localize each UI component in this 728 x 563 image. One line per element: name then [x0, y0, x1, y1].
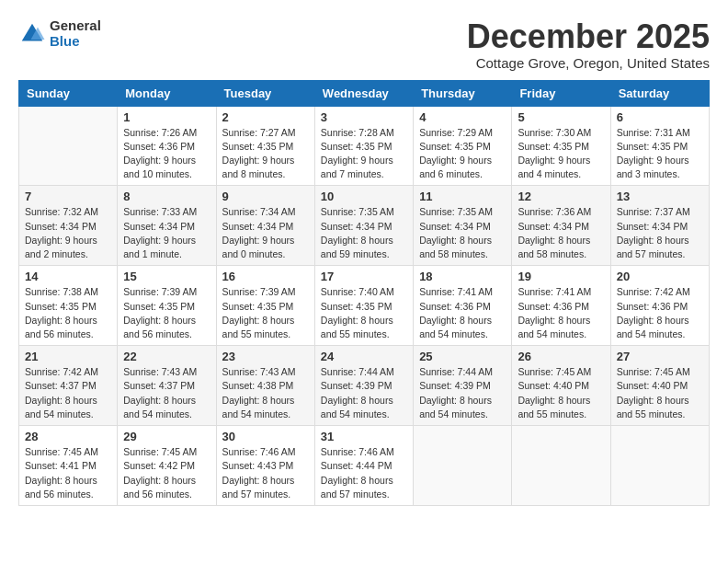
calendar-cell: 29Sunrise: 7:45 AM Sunset: 4:42 PM Dayli… [118, 426, 216, 506]
day-info: Sunrise: 7:46 AM Sunset: 4:44 PM Dayligh… [321, 445, 407, 501]
day-info: Sunrise: 7:40 AM Sunset: 4:35 PM Dayligh… [321, 285, 407, 341]
day-info: Sunrise: 7:45 AM Sunset: 4:42 PM Dayligh… [123, 445, 210, 501]
day-info: Sunrise: 7:41 AM Sunset: 4:36 PM Dayligh… [419, 285, 506, 341]
calendar-cell: 1Sunrise: 7:26 AM Sunset: 4:36 PM Daylig… [118, 106, 216, 186]
day-number: 17 [321, 270, 407, 283]
calendar-week-row: 14Sunrise: 7:38 AM Sunset: 4:35 PM Dayli… [19, 266, 710, 346]
day-number: 9 [222, 190, 309, 203]
day-number: 12 [518, 190, 604, 203]
calendar-cell: 14Sunrise: 7:38 AM Sunset: 4:35 PM Dayli… [19, 266, 118, 346]
day-number: 23 [222, 350, 309, 363]
day-number: 30 [222, 430, 309, 443]
logo: General Blue [18, 18, 101, 49]
day-number: 20 [617, 270, 703, 283]
day-info: Sunrise: 7:35 AM Sunset: 4:34 PM Dayligh… [419, 205, 506, 261]
day-info: Sunrise: 7:30 AM Sunset: 4:35 PM Dayligh… [518, 126, 604, 182]
calendar-cell: 17Sunrise: 7:40 AM Sunset: 4:35 PM Dayli… [314, 266, 413, 346]
day-header-wednesday: Wednesday [314, 80, 413, 106]
day-info: Sunrise: 7:39 AM Sunset: 4:35 PM Dayligh… [123, 285, 210, 341]
day-header-sunday: Sunday [19, 80, 118, 106]
calendar-week-row: 21Sunrise: 7:42 AM Sunset: 4:37 PM Dayli… [19, 346, 710, 426]
page-header: General Blue December 2025 Cottage Grove… [18, 18, 710, 71]
calendar-cell: 15Sunrise: 7:39 AM Sunset: 4:35 PM Dayli… [118, 266, 216, 346]
day-number: 21 [25, 350, 111, 363]
day-info: Sunrise: 7:44 AM Sunset: 4:39 PM Dayligh… [321, 365, 407, 421]
day-number: 10 [321, 190, 407, 203]
day-header-monday: Monday [118, 80, 216, 106]
calendar-cell: 26Sunrise: 7:45 AM Sunset: 4:40 PM Dayli… [512, 346, 610, 426]
day-number: 15 [123, 270, 210, 283]
calendar-cell [19, 106, 118, 186]
day-header-thursday: Thursday [414, 80, 512, 106]
calendar-header-row: SundayMondayTuesdayWednesdayThursdayFrid… [19, 80, 710, 106]
calendar-cell: 22Sunrise: 7:43 AM Sunset: 4:37 PM Dayli… [118, 346, 216, 426]
logo-blue-text: Blue [50, 34, 101, 50]
calendar-cell: 9Sunrise: 7:34 AM Sunset: 4:34 PM Daylig… [216, 186, 314, 266]
day-number: 1 [123, 110, 210, 124]
location-subtitle: Cottage Grove, Oregon, United States [467, 55, 710, 71]
day-number: 2 [222, 110, 309, 124]
calendar-week-row: 1Sunrise: 7:26 AM Sunset: 4:36 PM Daylig… [19, 106, 710, 186]
calendar-cell: 6Sunrise: 7:31 AM Sunset: 4:35 PM Daylig… [610, 106, 709, 186]
day-info: Sunrise: 7:42 AM Sunset: 4:36 PM Dayligh… [617, 285, 703, 341]
day-number: 22 [123, 350, 210, 363]
day-number: 25 [419, 350, 506, 363]
day-number: 24 [321, 350, 407, 363]
day-number: 13 [617, 190, 703, 203]
calendar-cell: 5Sunrise: 7:30 AM Sunset: 4:35 PM Daylig… [512, 106, 610, 186]
day-info: Sunrise: 7:43 AM Sunset: 4:37 PM Dayligh… [123, 365, 210, 421]
day-number: 27 [617, 350, 703, 363]
day-info: Sunrise: 7:27 AM Sunset: 4:35 PM Dayligh… [222, 126, 309, 182]
day-number: 16 [222, 270, 309, 283]
day-number: 5 [518, 110, 604, 124]
day-number: 8 [123, 190, 210, 203]
calendar-cell: 24Sunrise: 7:44 AM Sunset: 4:39 PM Dayli… [314, 346, 413, 426]
day-number: 14 [25, 270, 111, 283]
calendar-cell: 8Sunrise: 7:33 AM Sunset: 4:34 PM Daylig… [118, 186, 216, 266]
calendar-cell: 12Sunrise: 7:36 AM Sunset: 4:34 PM Dayli… [512, 186, 610, 266]
calendar-cell: 28Sunrise: 7:45 AM Sunset: 4:41 PM Dayli… [19, 426, 118, 506]
logo-icon [18, 20, 46, 48]
day-number: 31 [321, 430, 407, 443]
day-info: Sunrise: 7:41 AM Sunset: 4:36 PM Dayligh… [518, 285, 604, 341]
day-info: Sunrise: 7:33 AM Sunset: 4:34 PM Dayligh… [123, 205, 210, 261]
day-info: Sunrise: 7:34 AM Sunset: 4:34 PM Dayligh… [222, 205, 309, 261]
month-title: December 2025 [467, 18, 710, 55]
calendar-cell: 11Sunrise: 7:35 AM Sunset: 4:34 PM Dayli… [414, 186, 512, 266]
day-info: Sunrise: 7:46 AM Sunset: 4:43 PM Dayligh… [222, 445, 309, 501]
calendar-cell: 23Sunrise: 7:43 AM Sunset: 4:38 PM Dayli… [216, 346, 314, 426]
day-info: Sunrise: 7:43 AM Sunset: 4:38 PM Dayligh… [222, 365, 309, 421]
day-number: 3 [321, 110, 407, 124]
day-info: Sunrise: 7:42 AM Sunset: 4:37 PM Dayligh… [25, 365, 111, 421]
calendar-cell: 2Sunrise: 7:27 AM Sunset: 4:35 PM Daylig… [216, 106, 314, 186]
calendar-cell: 21Sunrise: 7:42 AM Sunset: 4:37 PM Dayli… [19, 346, 118, 426]
day-info: Sunrise: 7:28 AM Sunset: 4:35 PM Dayligh… [321, 126, 407, 182]
day-info: Sunrise: 7:32 AM Sunset: 4:34 PM Dayligh… [25, 205, 111, 261]
day-number: 6 [617, 110, 703, 124]
day-info: Sunrise: 7:45 AM Sunset: 4:41 PM Dayligh… [25, 445, 111, 501]
day-info: Sunrise: 7:36 AM Sunset: 4:34 PM Dayligh… [518, 205, 604, 261]
day-number: 18 [419, 270, 506, 283]
day-info: Sunrise: 7:45 AM Sunset: 4:40 PM Dayligh… [617, 365, 703, 421]
calendar-cell: 31Sunrise: 7:46 AM Sunset: 4:44 PM Dayli… [314, 426, 413, 506]
day-header-tuesday: Tuesday [216, 80, 314, 106]
day-info: Sunrise: 7:39 AM Sunset: 4:35 PM Dayligh… [222, 285, 309, 341]
calendar-table: SundayMondayTuesdayWednesdayThursdayFrid… [18, 80, 710, 506]
day-info: Sunrise: 7:38 AM Sunset: 4:35 PM Dayligh… [25, 285, 111, 341]
calendar-cell: 3Sunrise: 7:28 AM Sunset: 4:35 PM Daylig… [314, 106, 413, 186]
calendar-cell: 4Sunrise: 7:29 AM Sunset: 4:35 PM Daylig… [414, 106, 512, 186]
day-info: Sunrise: 7:37 AM Sunset: 4:34 PM Dayligh… [617, 205, 703, 261]
calendar-cell: 13Sunrise: 7:37 AM Sunset: 4:34 PM Dayli… [610, 186, 709, 266]
day-number: 4 [419, 110, 506, 124]
day-info: Sunrise: 7:35 AM Sunset: 4:34 PM Dayligh… [321, 205, 407, 261]
calendar-cell: 7Sunrise: 7:32 AM Sunset: 4:34 PM Daylig… [19, 186, 118, 266]
day-info: Sunrise: 7:31 AM Sunset: 4:35 PM Dayligh… [617, 126, 703, 182]
calendar-cell [512, 426, 610, 506]
calendar-cell: 25Sunrise: 7:44 AM Sunset: 4:39 PM Dayli… [414, 346, 512, 426]
day-header-saturday: Saturday [610, 80, 709, 106]
calendar-week-row: 28Sunrise: 7:45 AM Sunset: 4:41 PM Dayli… [19, 426, 710, 506]
day-info: Sunrise: 7:45 AM Sunset: 4:40 PM Dayligh… [518, 365, 604, 421]
day-number: 11 [419, 190, 506, 203]
logo-text: General Blue [50, 18, 101, 49]
calendar-cell: 19Sunrise: 7:41 AM Sunset: 4:36 PM Dayli… [512, 266, 610, 346]
